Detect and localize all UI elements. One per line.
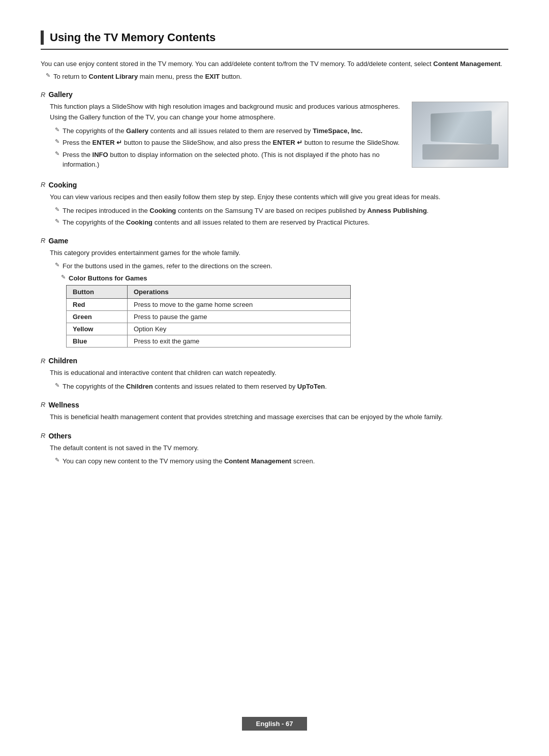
game-r-label: R — [41, 237, 45, 244]
children-header: R Children — [41, 357, 508, 365]
others-note-1-text: You can copy new content to the TV memor… — [63, 456, 315, 466]
col-operations: Operations — [128, 286, 351, 299]
gallery-note-2: ✎ Press the ENTER ↵ button to pause the … — [50, 138, 402, 148]
gallery-container: This function plays a SlideShow with hig… — [50, 102, 508, 172]
gallery-body-text: This function plays a SlideShow with hig… — [50, 102, 402, 123]
gallery-body: This function plays a SlideShow with hig… — [41, 102, 508, 172]
note-icon-2: ✎ — [55, 138, 59, 145]
note-icon: ✎ — [46, 72, 50, 79]
others-body: The default content is not saved in the … — [41, 443, 508, 466]
gallery-note-1: ✎ The copyrights of the Gallery contents… — [50, 126, 402, 136]
title-bar-decoration — [41, 30, 44, 45]
others-header: R Others — [41, 432, 508, 440]
game-body: This category provides entertainment gam… — [41, 248, 508, 348]
others-note-1: ✎ You can copy new content to the TV mem… — [50, 456, 508, 466]
section-wellness: R Wellness This is beneficial health man… — [41, 401, 508, 423]
cooking-header: R Cooking — [41, 181, 508, 189]
children-r-label: R — [41, 357, 45, 365]
page-title: Using the TV Memory Contents — [50, 31, 216, 44]
note-icon-ch1: ✎ — [55, 382, 59, 389]
section-game: R Game This category provides entertainm… — [41, 237, 508, 348]
btn-green: Green — [67, 311, 128, 323]
btn-yellow: Yellow — [67, 323, 128, 335]
col-button: Button — [67, 286, 128, 299]
gallery-note-3: ✎ Press the INFO button to display infor… — [50, 150, 402, 170]
footer-bar: English - 67 — [0, 717, 549, 731]
note-icon-c1: ✎ — [55, 206, 59, 213]
wellness-body: This is beneficial health management con… — [41, 412, 508, 423]
game-table: Button Operations Red Press to move to t… — [66, 285, 351, 348]
children-body-text: This is educational and interactive cont… — [50, 368, 508, 379]
cooking-title: Cooking — [48, 181, 77, 189]
cooking-note-2: ✎ The copyrights of the Cooking contents… — [50, 217, 508, 228]
table-row: Green Press to pause the game — [67, 311, 351, 323]
wellness-title: Wellness — [48, 401, 79, 409]
intro-area: You can use enjoy content stored in the … — [41, 59, 508, 81]
children-note-1: ✎ The copyrights of the Children content… — [50, 382, 508, 392]
section-others: R Others The default content is not save… — [41, 432, 508, 466]
cooking-body-text: You can view various recipes and then ea… — [50, 192, 508, 203]
gallery-note-3-text: Press the INFO button to display informa… — [63, 150, 402, 170]
section-children: R Children This is educational and inter… — [41, 357, 508, 391]
game-header: R Game — [41, 237, 508, 245]
cooking-r-label: R — [41, 181, 45, 188]
op-green: Press to pause the game — [128, 311, 351, 323]
game-body-text: This category provides entertainment gam… — [50, 248, 508, 259]
children-body: This is educational and interactive cont… — [41, 368, 508, 391]
others-r-label: R — [41, 432, 45, 439]
game-note-1-text: For the buttons used in the games, refer… — [63, 261, 272, 271]
children-note-1-text: The copyrights of the Children contents … — [63, 382, 327, 392]
btn-red: Red — [67, 299, 128, 311]
game-color-btn-note: ✎ Color Buttons for Games — [50, 273, 508, 284]
footer-label: English - 67 — [242, 717, 308, 731]
cooking-note-1: ✎ The recipes introduced in the Cooking … — [50, 206, 508, 216]
gallery-note-1-text: The copyrights of the Gallery contents a… — [63, 126, 362, 136]
table-header-row: Button Operations — [67, 286, 351, 299]
wellness-r-label: R — [41, 401, 45, 408]
gallery-text-col: This function plays a SlideShow with hig… — [50, 102, 402, 172]
section-gallery: R Gallery This function plays a SlideSho… — [41, 90, 508, 172]
game-color-btn-label: Color Buttons for Games — [69, 273, 147, 284]
children-title: Children — [48, 357, 77, 365]
note-icon-o1: ✎ — [55, 457, 59, 463]
op-blue: Press to exit the game — [128, 335, 351, 348]
game-title: Game — [48, 237, 68, 245]
gallery-image — [412, 102, 508, 168]
table-row: Red Press to move to the game home scree… — [67, 299, 351, 311]
gallery-title: Gallery — [48, 90, 72, 99]
page-title-section: Using the TV Memory Contents — [41, 30, 508, 50]
btn-blue: Blue — [67, 335, 128, 348]
table-row: Yellow Option Key — [67, 323, 351, 335]
section-cooking: R Cooking You can view various recipes a… — [41, 181, 508, 228]
intro-note: ✎ To return to Content Library main menu… — [41, 72, 508, 82]
gallery-r-label: R — [41, 91, 45, 99]
note-icon-3: ✎ — [55, 150, 59, 157]
wellness-body-text: This is beneficial health management con… — [50, 412, 508, 423]
op-red: Press to move to the game home screen — [128, 299, 351, 311]
op-yellow: Option Key — [128, 323, 351, 335]
game-table-wrapper: Button Operations Red Press to move to t… — [50, 285, 508, 348]
gallery-header: R Gallery — [41, 90, 508, 99]
note-icon-c2: ✎ — [55, 218, 59, 225]
game-note-1: ✎ For the buttons used in the games, ref… — [50, 261, 508, 271]
note-icon-g1: ✎ — [55, 262, 59, 268]
note-icon-1: ✎ — [55, 127, 59, 133]
others-title: Others — [48, 432, 71, 440]
wellness-header: R Wellness — [41, 401, 508, 409]
intro-note-text: To return to Content Library main menu, … — [53, 72, 242, 82]
intro-text: You can use enjoy content stored in the … — [41, 59, 508, 70]
table-row: Blue Press to exit the game — [67, 335, 351, 348]
gallery-note-2-text: Press the ENTER ↵ button to pause the Sl… — [63, 138, 400, 148]
others-body-text: The default content is not saved in the … — [50, 443, 508, 454]
cooking-body: You can view various recipes and then ea… — [41, 192, 508, 228]
cooking-note-1-text: The recipes introduced in the Cooking co… — [63, 206, 429, 216]
gallery-image-inner — [412, 102, 508, 167]
note-icon-g2: ✎ — [61, 274, 66, 280]
cooking-note-2-text: The copyrights of the Cooking contents a… — [63, 217, 370, 228]
